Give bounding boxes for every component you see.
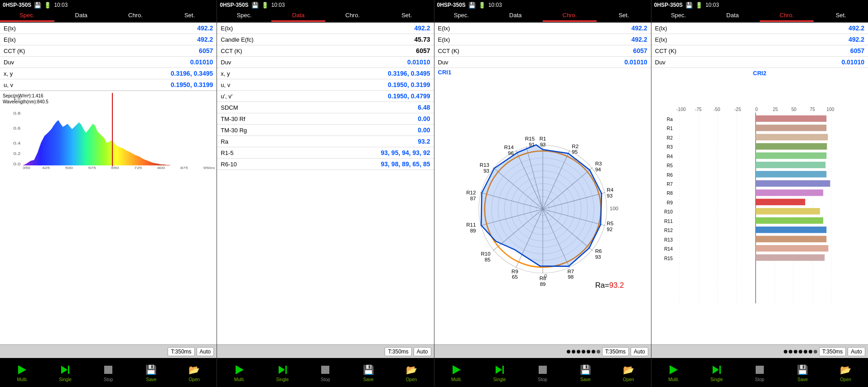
svg-text:89: 89 — [540, 281, 545, 287]
skip-icon-4 — [710, 363, 723, 376]
svg-text:500: 500 — [65, 166, 73, 170]
stop-label-2: Stop — [321, 377, 330, 382]
tab-data-4[interactable]: Data — [705, 10, 760, 22]
data-row: E(lx) 492.2 — [434, 23, 651, 34]
play-icon-1 — [16, 363, 29, 376]
single-label-4: Single — [710, 377, 723, 382]
save-icon-4: 💾 — [796, 363, 809, 376]
save-button-3[interactable]: 💾 Save — [576, 363, 594, 382]
svg-text:-50: -50 — [714, 107, 720, 112]
svg-text:-100: -100 — [676, 107, 686, 112]
svg-text:87: 87 — [470, 196, 476, 201]
status-time-2: T:350ms — [385, 347, 411, 356]
svg-text:R11: R11 — [664, 219, 673, 224]
single-button-1[interactable]: Single — [56, 363, 74, 382]
svg-text:650: 650 — [111, 166, 119, 170]
play-icon-4 — [667, 363, 680, 376]
svg-text:0.6: 0.6 — [13, 126, 20, 131]
data-row: Duv 0.01010 — [651, 57, 868, 68]
save-button-4[interactable]: 💾 Save — [794, 363, 812, 382]
panel-2-nav: Spec. Data Chro. Set. — [217, 10, 434, 23]
save-button-1[interactable]: 💾 Save — [142, 363, 160, 382]
stop-button-3[interactable]: Stop — [534, 363, 552, 382]
svg-text:725: 725 — [134, 166, 142, 170]
tab-spec-3[interactable]: Spec. — [434, 10, 489, 22]
battery-icon-4: 🔋 — [695, 2, 703, 9]
stop-icon-1 — [102, 363, 115, 376]
multi-button-1[interactable]: Multi. — [13, 363, 31, 382]
data-row: CCT (K) 6057 — [651, 45, 868, 57]
multi-label-2: Multi. — [234, 377, 245, 382]
single-button-3[interactable]: Single — [491, 363, 509, 382]
svg-text:R9: R9 — [511, 269, 518, 274]
floppy-icon-2: 💾 — [251, 2, 259, 9]
tab-spec-1[interactable]: Spec. — [0, 10, 54, 22]
status-bar-1: T:350ms Auto — [0, 344, 217, 358]
open-icon-3: 📂 — [622, 363, 635, 376]
tab-set-4[interactable]: Set. — [814, 10, 868, 22]
tab-set-3[interactable]: Set. — [597, 10, 651, 22]
svg-text:R5: R5 — [607, 221, 613, 226]
tab-data-3[interactable]: Data — [488, 10, 543, 22]
svg-text:R7: R7 — [567, 269, 574, 274]
toolbar-section-1: Multi. Single Stop 💾 Save 📂 Open — [0, 358, 217, 387]
svg-text:875: 875 — [180, 166, 188, 170]
stop-icon-4 — [753, 363, 766, 376]
device-name-4: 0HSP-350S — [654, 2, 683, 8]
skip-icon-1 — [59, 363, 72, 376]
data-row: u', v' 0.1950, 0.4799 — [217, 91, 434, 102]
stop-button-1[interactable]: Stop — [99, 363, 117, 382]
tab-spec-2[interactable]: Spec. — [217, 10, 271, 22]
toolbar: Multi. Single Stop 💾 Save 📂 Open — [0, 358, 868, 387]
data-row: CCT (K) 6057 — [434, 45, 651, 57]
svg-rect-126 — [756, 254, 825, 261]
open-button-2[interactable]: 📂 Open — [402, 363, 420, 382]
data-row: R1-5 93, 95, 94, 93, 92 — [217, 147, 434, 159]
skip-icon-3 — [493, 363, 506, 376]
open-icon-4: 📂 — [839, 363, 852, 376]
svg-text:R3: R3 — [595, 161, 602, 166]
tab-data-2[interactable]: Data — [271, 10, 326, 22]
svg-rect-124 — [756, 245, 828, 252]
tab-chro-3[interactable]: Chro. — [543, 10, 597, 22]
multi-button-4[interactable]: Multi. — [665, 363, 683, 382]
svg-rect-110 — [756, 180, 830, 187]
cri1-radar: R1 93 R2 95 R3 94 R4 93 R5 92 R6 93 R7 9… — [438, 72, 647, 341]
open-button-1[interactable]: 📂 Open — [185, 363, 203, 382]
tab-chro-4[interactable]: Chro. — [760, 10, 814, 22]
svg-text:85: 85 — [484, 257, 490, 262]
stop-button-2[interactable]: Stop — [316, 363, 334, 382]
single-button-2[interactable]: Single — [274, 363, 292, 382]
status-time-1: T:350ms — [168, 347, 194, 356]
status-bar-3: T:350ms Auto — [434, 344, 651, 358]
open-icon-2: 📂 — [405, 363, 418, 376]
panel-1-data: E(lx) 492.2 E(lx) 492.2 CCT (K) 6057 Duv… — [0, 23, 217, 344]
svg-text:96: 96 — [508, 150, 514, 156]
battery-icon-2: 🔋 — [261, 2, 269, 9]
save-button-2[interactable]: 💾 Save — [359, 363, 377, 382]
multi-button-3[interactable]: Multi. — [448, 363, 466, 382]
stop-button-4[interactable]: Stop — [751, 363, 769, 382]
cri2-chart-area: CRI2 -100 -75 -50 -25 0 25 50 75 100 — [651, 68, 868, 344]
single-button-4[interactable]: Single — [708, 363, 726, 382]
dots-3 — [567, 350, 600, 353]
svg-text:R14: R14 — [664, 247, 673, 252]
svg-text:89: 89 — [470, 228, 476, 233]
tab-spec-4[interactable]: Spec. — [651, 10, 706, 22]
tab-data-1[interactable]: Data — [54, 10, 109, 22]
open-button-3[interactable]: 📂 Open — [619, 363, 637, 382]
panel-4-nav: Spec. Data Chro. Set. — [651, 10, 868, 23]
save-label-2: Save — [363, 377, 374, 382]
svg-text:R7: R7 — [667, 182, 673, 187]
multi-button-2[interactable]: Multi. — [231, 363, 249, 382]
svg-rect-98 — [756, 125, 826, 131]
tab-set-1[interactable]: Set. — [163, 10, 217, 22]
open-button-4[interactable]: 📂 Open — [837, 363, 855, 382]
tab-set-2[interactable]: Set. — [380, 10, 434, 22]
cri1-title: CRI1 — [438, 69, 452, 76]
panel-3-nav: Spec. Data Chro. Set. — [434, 10, 651, 23]
tab-chro-1[interactable]: Chro. — [108, 10, 163, 22]
cri1-chart-area: CRI1 — [434, 68, 651, 344]
tab-chro-2[interactable]: Chro. — [325, 10, 380, 22]
svg-rect-106 — [756, 162, 825, 168]
